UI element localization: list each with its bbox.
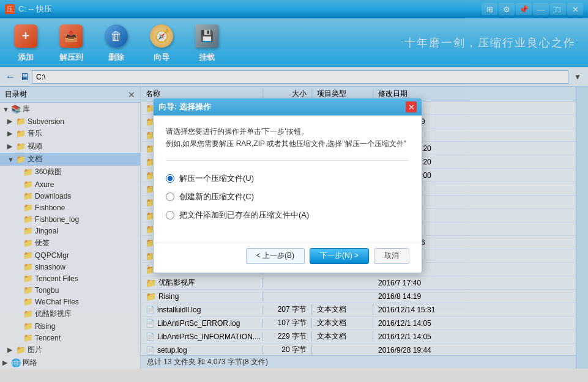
option-add-label: 把文件添加到已存在的压缩文件中(A) [179,210,309,221]
option-extract-label: 解压一个压缩文件(U) [179,173,254,184]
dialog-options: 解压一个压缩文件(U) 创建新的压缩文件(C) 把文件添加到已存在的压缩文件中(… [166,173,409,221]
dialog-title-bar: 向导: 选择操作 ✕ [154,98,422,116]
wizard-dialog: 向导: 选择操作 ✕ 请选择您要进行的操作并单击'下一步'按钮。 例如,如果您需… [153,98,422,273]
option-create[interactable]: 创建新的压缩文件(C) [166,191,409,202]
next-button[interactable]: 下一步(N) > [310,248,369,264]
dialog-title: 向导: 选择操作 [158,101,211,112]
dialog-description: 请选择您要进行的操作并单击'下一步'按钮。 例如,如果您需要解压 RAR,ZIP… [166,125,409,161]
radio-extract[interactable] [166,174,174,183]
option-create-label: 创建新的压缩文件(C) [179,191,254,202]
dialog-footer: < 上一步(B) 下一步(N) > 取消 [154,243,422,273]
radio-add[interactable] [166,211,174,219]
cancel-button[interactable]: 取消 [374,248,409,264]
dialog-body: 请选择您要进行的操作并单击'下一步'按钮。 例如,如果您需要解压 RAR,ZIP… [154,116,422,243]
dialog-close-btn[interactable]: ✕ [406,101,417,112]
prev-button[interactable]: < 上一步(B) [246,248,305,264]
radio-create[interactable] [166,193,174,201]
option-extract[interactable]: 解压一个压缩文件(U) [166,173,409,184]
option-add[interactable]: 把文件添加到已存在的压缩文件中(A) [166,210,409,221]
dialog-overlay: 向导: 选择操作 ✕ 请选择您要进行的操作并单击'下一步'按钮。 例如,如果您需… [0,0,588,382]
